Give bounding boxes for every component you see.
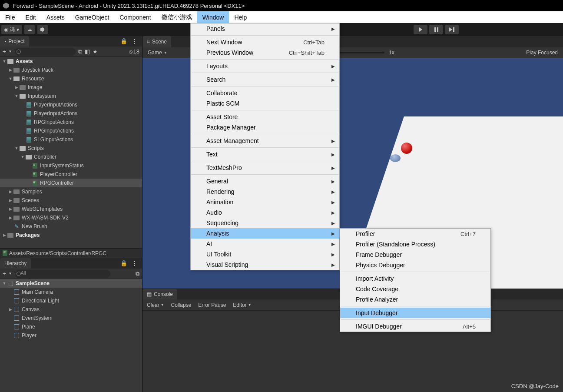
- window-menu-item[interactable]: Previous WindowCtrl+Shift+Tab: [191, 47, 339, 58]
- analysis-menu-item[interactable]: ProfilerCtrl+7: [340, 229, 490, 239]
- menu-gameobject[interactable]: GameObject: [70, 11, 115, 23]
- window-menu-item[interactable]: Sequencing▶: [191, 218, 339, 228]
- window-menu-item[interactable]: Asset Store: [191, 112, 339, 122]
- window-menu-item[interactable]: Next WindowCtrl+Tab: [191, 37, 339, 47]
- foldout-icon[interactable]: ▶: [2, 233, 7, 237]
- project-row[interactable]: SLGInputActions: [0, 135, 142, 144]
- analysis-menu-item[interactable]: Import Activity: [340, 273, 490, 284]
- menu-component[interactable]: Component: [114, 11, 156, 23]
- foldout-icon[interactable]: ▶: [8, 207, 13, 211]
- window-menu-item[interactable]: Audio▶: [191, 207, 339, 218]
- window-menu-item[interactable]: Text▶: [191, 149, 339, 159]
- hierarchy-row[interactable]: Player: [0, 331, 142, 340]
- window-menu-item[interactable]: Collaborate: [191, 88, 339, 98]
- hierarchy-row[interactable]: ▶Canvas: [0, 305, 142, 314]
- project-breadcrumb[interactable]: Assets/Resource/Scripts/Controller/RPGC: [0, 248, 142, 258]
- favorite-filter-icon[interactable]: ★: [93, 48, 98, 55]
- foldout-icon[interactable]: ▶: [8, 216, 13, 220]
- window-menu-item[interactable]: Asset Management▶: [191, 136, 339, 146]
- window-menu-item[interactable]: Analysis▶: [191, 228, 339, 239]
- project-row[interactable]: RPGInputActions: [0, 126, 142, 135]
- hierarchy-tab[interactable]: Hierarchy: [0, 258, 31, 269]
- project-row[interactable]: ▶WX-WASM-SDK-V2: [0, 213, 142, 222]
- project-row[interactable]: ▶Samples: [0, 187, 142, 196]
- kebab-icon[interactable]: ⋮: [132, 38, 139, 45]
- project-row[interactable]: ✎New Brush: [0, 222, 142, 231]
- package-button[interactable]: ⬢: [37, 25, 48, 34]
- foldout-icon[interactable]: ▶: [8, 307, 13, 312]
- project-row[interactable]: ▶Packages: [0, 231, 142, 239]
- step-button[interactable]: [445, 25, 459, 34]
- play-focused-dropdown[interactable]: Play Focused: [523, 48, 560, 57]
- project-search[interactable]: [15, 48, 76, 56]
- kebab-icon[interactable]: ⋮: [132, 260, 139, 267]
- menu-edit[interactable]: Edit: [20, 11, 41, 23]
- analysis-menu-item[interactable]: Profiler (Standalone Process): [340, 239, 490, 249]
- menu-assets[interactable]: Assets: [41, 11, 70, 23]
- account-button[interactable]: ◉ 冯 ▾: [1, 25, 22, 34]
- game-display-dropdown[interactable]: Game▼: [145, 48, 170, 57]
- lock-icon[interactable]: 🔒: [120, 38, 127, 45]
- analysis-menu-item[interactable]: Frame Debugger: [340, 249, 490, 260]
- window-menu-item[interactable]: UI Toolkit▶: [191, 249, 339, 259]
- scene-tab[interactable]: ⌗ Scene: [142, 36, 171, 47]
- project-row[interactable]: ▼Scripts: [0, 144, 142, 153]
- window-menu-item[interactable]: TextMeshPro▶: [191, 163, 339, 173]
- hidden-count[interactable]: ⦸18: [129, 48, 139, 55]
- play-button[interactable]: [414, 25, 427, 34]
- hierarchy-row[interactable]: ▼⬚SampleScene: [0, 279, 142, 288]
- foldout-icon[interactable]: ▶: [8, 198, 13, 203]
- project-row[interactable]: ▼Resource: [0, 74, 142, 83]
- analysis-menu-item[interactable]: IMGUI DebuggerAlt+5: [340, 321, 490, 332]
- window-menu-item[interactable]: Rendering▶: [191, 186, 339, 197]
- project-row[interactable]: PlayerInputActions: [0, 109, 142, 118]
- filter-type-icon[interactable]: ◧: [85, 48, 90, 55]
- hierarchy-search[interactable]: All: [15, 270, 110, 278]
- foldout-icon[interactable]: ▶: [14, 85, 19, 90]
- window-menu-item[interactable]: General▶: [191, 176, 339, 186]
- cloud-button[interactable]: ☁: [24, 25, 35, 34]
- window-menu-item[interactable]: Plastic SCM: [191, 98, 339, 109]
- foldout-icon[interactable]: ▶: [8, 189, 13, 194]
- analysis-menu-item[interactable]: Physics Debugger: [340, 260, 490, 270]
- menu-微信小游戏[interactable]: 微信小游戏: [156, 11, 197, 23]
- analysis-menu-item[interactable]: Input Debugger: [340, 308, 490, 318]
- window-menu-item[interactable]: Panels▶: [191, 23, 339, 34]
- project-row[interactable]: RPGInputActions: [0, 118, 142, 126]
- hierarchy-row[interactable]: Plane: [0, 322, 142, 331]
- project-row[interactable]: PlayerController: [0, 170, 142, 179]
- window-menu-item[interactable]: Visual Scripting▶: [191, 259, 339, 270]
- console-clear[interactable]: Clear▼: [145, 302, 166, 308]
- hierarchy-row[interactable]: Directional Light: [0, 296, 142, 305]
- foldout-icon[interactable]: ▼: [14, 146, 19, 150]
- project-row[interactable]: ▼Assets: [0, 57, 142, 66]
- foldout-icon[interactable]: ▼: [2, 281, 7, 286]
- menu-window[interactable]: Window: [197, 11, 229, 23]
- window-menu-item[interactable]: Package Manager: [191, 122, 339, 133]
- foldout-icon[interactable]: ▼: [2, 59, 7, 63]
- project-row[interactable]: RPGController: [0, 179, 142, 187]
- foldout-icon[interactable]: ▼: [20, 155, 25, 159]
- pause-button[interactable]: [429, 25, 443, 34]
- project-row[interactable]: ▶Image: [0, 83, 142, 92]
- search-options-icon[interactable]: ⧉: [136, 270, 139, 277]
- add-button[interactable]: +: [3, 270, 6, 277]
- project-row[interactable]: ▶WebGLTemplates: [0, 205, 142, 213]
- search-options-icon[interactable]: ⧉: [78, 48, 82, 55]
- foldout-icon[interactable]: ▼: [8, 76, 13, 81]
- menu-help[interactable]: Help: [229, 11, 252, 23]
- analysis-menu-item[interactable]: Code Coverage: [340, 284, 490, 294]
- project-row[interactable]: ▶Joystick Pack: [0, 66, 142, 74]
- game-tab[interactable]: [171, 36, 180, 47]
- project-row[interactable]: InputSystemStatus: [0, 161, 142, 170]
- hierarchy-row[interactable]: Main Camera: [0, 288, 142, 296]
- window-menu-item[interactable]: AI▶: [191, 239, 339, 249]
- project-tab[interactable]: ▪ Project: [0, 36, 29, 47]
- console-tab[interactable]: ▤ Console: [142, 289, 177, 299]
- window-menu-item[interactable]: Search▶: [191, 74, 339, 85]
- console-collapse[interactable]: Collapse: [169, 302, 193, 308]
- window-menu-item[interactable]: Layouts▶: [191, 61, 339, 71]
- menu-file[interactable]: File: [0, 11, 20, 23]
- project-row[interactable]: ▶Scenes: [0, 196, 142, 205]
- project-row[interactable]: ▼Controller: [0, 153, 142, 161]
